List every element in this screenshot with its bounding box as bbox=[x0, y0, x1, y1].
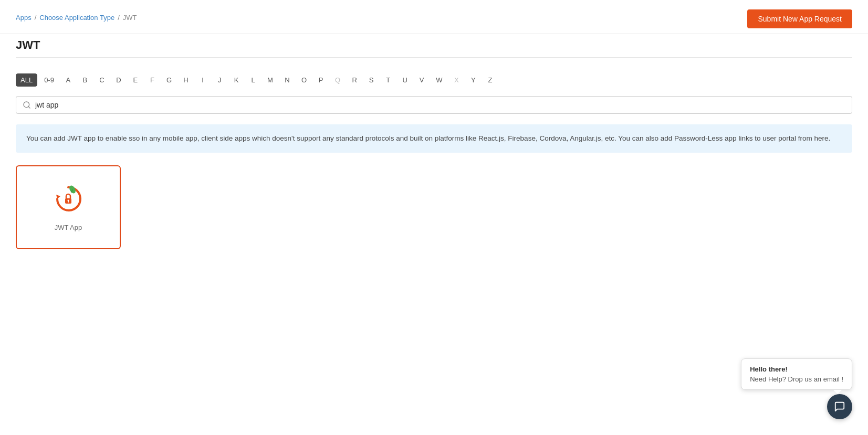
alpha-btn-m[interactable]: M bbox=[263, 73, 278, 87]
alpha-btn-j[interactable]: J bbox=[212, 73, 227, 87]
alpha-btn-x: X bbox=[449, 73, 464, 87]
alpha-btn-r[interactable]: R bbox=[347, 73, 362, 87]
submit-new-app-button[interactable]: Submit New App Request bbox=[747, 9, 852, 28]
breadcrumb-choose-link[interactable]: Choose Application Type bbox=[39, 14, 114, 22]
alpha-btn-w[interactable]: W bbox=[431, 73, 447, 87]
page-title: JWT bbox=[16, 38, 852, 52]
alpha-btn-f[interactable]: F bbox=[145, 73, 160, 87]
alpha-btn-t[interactable]: T bbox=[381, 73, 395, 87]
alpha-btn-c[interactable]: C bbox=[95, 73, 109, 87]
app-icon-jwt-app bbox=[53, 183, 84, 216]
breadcrumb: Apps / Choose Application Type / JWT bbox=[16, 14, 137, 22]
alpha-btn-u[interactable]: U bbox=[398, 73, 412, 87]
alpha-btn-g[interactable]: G bbox=[162, 73, 176, 87]
title-divider bbox=[16, 57, 852, 58]
search-icon bbox=[23, 101, 31, 109]
info-banner: You can add JWT app to enable sso in any… bbox=[16, 124, 852, 153]
alpha-btn-a[interactable]: A bbox=[61, 73, 76, 87]
header-left: Apps / Choose Application Type / JWT bbox=[16, 14, 137, 25]
jwt-app-icon bbox=[53, 183, 84, 215]
apps-grid: JWT App bbox=[16, 165, 852, 249]
breadcrumb-sep2: / bbox=[118, 14, 120, 22]
alpha-btn-i[interactable]: I bbox=[195, 73, 210, 87]
breadcrumb-current: JWT bbox=[123, 14, 137, 22]
alpha-btn-all[interactable]: ALL bbox=[16, 73, 37, 87]
alpha-btn-p[interactable]: P bbox=[313, 73, 328, 87]
alpha-btn-d[interactable]: D bbox=[111, 73, 126, 87]
alpha-btn-o[interactable]: O bbox=[297, 73, 311, 87]
alpha-btn-n[interactable]: N bbox=[280, 73, 295, 87]
alpha-btn-0-9[interactable]: 0-9 bbox=[39, 73, 59, 87]
alpha-btn-h[interactable]: H bbox=[179, 73, 193, 87]
app-card-jwt-app[interactable]: JWT App bbox=[16, 165, 121, 249]
alphabet-filter: ALL0-9ABCDEFGHIJKLMNOPQRSTUVWXYZ bbox=[16, 73, 852, 87]
alpha-btn-e[interactable]: E bbox=[128, 73, 143, 87]
alpha-btn-z[interactable]: Z bbox=[483, 73, 497, 87]
alpha-btn-b[interactable]: B bbox=[78, 73, 92, 87]
breadcrumb-sep1: / bbox=[35, 14, 37, 22]
breadcrumb-apps-link[interactable]: Apps bbox=[16, 14, 32, 22]
content-area: ALL0-9ABCDEFGHIJKLMNOPQRSTUVWXYZ You can… bbox=[0, 68, 868, 260]
svg-line-1 bbox=[28, 107, 30, 108]
svg-rect-5 bbox=[68, 201, 69, 203]
alpha-btn-v[interactable]: V bbox=[414, 73, 429, 87]
search-wrapper bbox=[16, 96, 852, 114]
info-banner-text: You can add JWT app to enable sso in any… bbox=[26, 134, 830, 142]
page-title-wrapper: JWT bbox=[0, 38, 868, 58]
alpha-btn-y[interactable]: Y bbox=[466, 73, 480, 87]
top-bar: Apps / Choose Application Type / JWT Sub… bbox=[0, 0, 868, 34]
alpha-btn-q: Q bbox=[330, 73, 345, 87]
alpha-btn-k[interactable]: K bbox=[229, 73, 244, 87]
alpha-btn-s[interactable]: S bbox=[364, 73, 379, 87]
app-card-label-jwt-app: JWT App bbox=[55, 224, 82, 231]
search-input[interactable] bbox=[35, 101, 845, 109]
alpha-btn-l[interactable]: L bbox=[246, 73, 260, 87]
